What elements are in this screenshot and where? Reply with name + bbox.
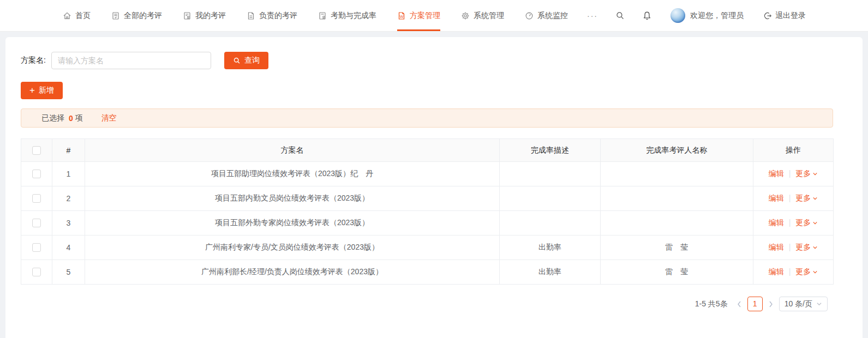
more-link[interactable]: 更多 <box>795 194 818 203</box>
query-button[interactable]: 查询 <box>224 52 268 69</box>
table-row: 2 项目五部内勤文员岗位绩效考评表（2023版） 编辑|更多 <box>21 186 834 211</box>
nav-item-label: 首页 <box>75 11 91 21</box>
avatar <box>671 8 685 23</box>
plan-name-label: 方案名: <box>21 56 46 65</box>
row-index: 4 <box>52 236 85 260</box>
table-header-row: # 方案名 完成率描述 完成率考评人名称 操作 <box>21 139 834 162</box>
nav-item-my-reviews[interactable]: 我的考评 <box>183 0 226 31</box>
page-size-value: 10 条/页 <box>785 299 812 309</box>
selection-suffix: 项 <box>75 113 83 123</box>
plan-name-cell: 广州南利专家/专员/文员岗位绩效考评表（2023版） <box>85 236 500 260</box>
logout-button[interactable]: 退出登录 <box>763 0 806 31</box>
action-divider: | <box>789 194 791 202</box>
completion-desc-cell <box>500 211 601 236</box>
chevron-down-icon <box>816 301 822 306</box>
gear-icon <box>461 11 470 20</box>
nav-item-label: 我的考评 <box>195 11 226 21</box>
top-navigation: 首页 全部的考评 我的考评 负责的考评 考勤与完成率 W 方案管理 系统管理 系… <box>0 0 868 32</box>
filter-row: 方案名: 查询 <box>21 52 833 69</box>
chevron-down-icon <box>812 245 818 250</box>
prev-page-button[interactable] <box>736 300 743 308</box>
chevron-right-icon <box>768 300 774 308</box>
edit-link[interactable]: 编辑 <box>769 243 784 252</box>
pagination: 1-5 共5条 1 10 条/页 <box>21 297 833 311</box>
assessor-cell <box>601 162 753 186</box>
edit-link[interactable]: 编辑 <box>769 194 784 203</box>
plan-name-cell: 项目五部助理岗位绩效考评表（2023版）纪 丹 <box>85 162 500 186</box>
edit-link[interactable]: 编辑 <box>769 218 784 228</box>
row-index: 2 <box>52 186 85 211</box>
chevron-down-icon <box>812 196 818 201</box>
more-link[interactable]: 更多 <box>795 218 818 228</box>
more-link[interactable]: 更多 <box>795 267 818 277</box>
plans-table: # 方案名 完成率描述 完成率考评人名称 操作 1 项目五部助理岗位绩效考评表（… <box>21 138 834 285</box>
nav-item-attendance[interactable]: 考勤与完成率 <box>318 0 376 31</box>
plus-icon: + <box>29 86 35 95</box>
nav-item-label: 负责的考评 <box>259 11 297 21</box>
row-index: 1 <box>52 162 85 186</box>
row-checkbox[interactable] <box>32 170 41 178</box>
completion-desc-cell: 出勤率 <box>500 260 601 285</box>
row-checkbox[interactable] <box>32 268 41 276</box>
more-link[interactable]: 更多 <box>795 169 818 179</box>
column-header-assessor-name: 完成率考评人名称 <box>601 139 753 162</box>
add-button[interactable]: + 新增 <box>21 82 63 99</box>
logout-label: 退出登录 <box>775 11 806 21</box>
search-icon <box>233 57 241 64</box>
document-user-icon <box>183 11 191 20</box>
column-header-plan-name: 方案名 <box>85 139 500 162</box>
welcome-text: 欢迎您，管理员 <box>690 11 744 21</box>
selection-prefix: 已选择 <box>41 113 64 123</box>
plan-name-cell: 项目五部外勤专家岗位绩效考评表（2023版） <box>85 211 500 236</box>
query-button-label: 查询 <box>244 56 260 65</box>
nav-item-home[interactable]: 首页 <box>63 0 91 31</box>
document-user-icon <box>318 11 327 20</box>
gauge-icon <box>525 11 534 20</box>
row-checkbox[interactable] <box>32 194 41 203</box>
nav-item-label: 全部的考评 <box>124 11 162 21</box>
assessor-cell <box>601 186 753 211</box>
completion-desc-cell: 出勤率 <box>500 236 601 260</box>
nav-item-system-monitor[interactable]: 系统监控 <box>525 0 568 31</box>
plan-name-cell: 项目五部内勤文员岗位绩效考评表（2023版） <box>85 186 500 211</box>
row-checkbox[interactable] <box>32 219 41 227</box>
assessor-cell: 雷 莹 <box>601 236 753 260</box>
chevron-down-icon <box>812 270 818 274</box>
nav-item-label: 系统管理 <box>474 11 504 21</box>
row-index: 3 <box>52 211 85 236</box>
completion-desc-cell <box>500 162 601 186</box>
selection-count: 0 <box>69 114 73 123</box>
notification-bell-icon[interactable] <box>642 0 652 31</box>
clear-selection-link[interactable]: 清空 <box>101 113 117 123</box>
page-1-button[interactable]: 1 <box>747 297 763 311</box>
pagination-total: 1-5 共5条 <box>695 299 728 309</box>
edit-link[interactable]: 编辑 <box>769 169 784 179</box>
search-icon[interactable] <box>615 0 625 31</box>
edit-link[interactable]: 编辑 <box>769 267 784 277</box>
plan-name-input[interactable] <box>51 52 211 69</box>
table-row: 3 项目五部外勤专家岗位绩效考评表（2023版） 编辑|更多 <box>21 211 834 236</box>
row-checkbox[interactable] <box>32 243 41 252</box>
plan-name-cell: 广州南利部长/经理/负责人岗位绩效考评表（2023版） <box>85 260 500 285</box>
action-divider: | <box>789 243 791 251</box>
nav-item-plan-management[interactable]: W 方案管理 <box>397 0 440 31</box>
nav-item-label: 系统监控 <box>537 11 568 21</box>
nav-item-all-reviews[interactable]: 全部的考评 <box>111 0 162 31</box>
assessor-cell <box>601 211 753 236</box>
chevron-left-icon <box>736 300 743 308</box>
action-divider: | <box>789 218 791 227</box>
nav-item-responsible-reviews[interactable]: 负责的考评 <box>247 0 297 31</box>
nav-item-system-management[interactable]: 系统管理 <box>461 0 504 31</box>
logout-icon <box>763 11 772 20</box>
next-page-button[interactable] <box>768 300 774 308</box>
more-link[interactable]: 更多 <box>795 243 818 252</box>
row-index: 5 <box>52 260 85 285</box>
page-size-select[interactable]: 10 条/页 <box>779 297 828 311</box>
action-divider: | <box>789 267 791 276</box>
column-header-completion-desc: 完成率描述 <box>500 139 601 162</box>
column-header-index: # <box>52 139 85 162</box>
nav-more-button[interactable]: ··· <box>587 0 598 31</box>
user-menu[interactable]: 欢迎您，管理员 <box>671 0 744 31</box>
column-header-actions: 操作 <box>753 139 834 162</box>
select-all-checkbox[interactable] <box>32 146 41 155</box>
